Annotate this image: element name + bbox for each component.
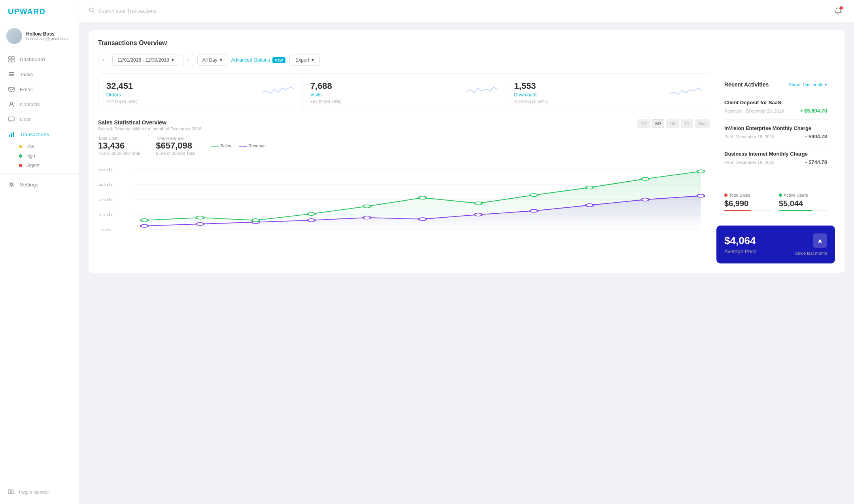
active-users-item: Active Users $5,044	[779, 193, 827, 211]
date-next-button[interactable]: ›	[183, 55, 193, 65]
topbar-right	[832, 5, 845, 17]
downloads-value: 1,553	[514, 81, 548, 91]
period-1d[interactable]: 1D	[637, 119, 650, 128]
all-day-dropdown[interactable]: All Day ▾	[197, 55, 227, 66]
avg-price-label: Average Price	[724, 248, 756, 254]
active-users-dot	[779, 194, 782, 197]
sidebar-item-tasks[interactable]: Tasks	[0, 67, 79, 82]
active-users-label: Active Users	[779, 193, 827, 197]
stat-text-visits: 7,688 Visits +57.62(+0.76%)	[310, 81, 342, 104]
sidebar-item-contacts[interactable]: Contacts	[0, 97, 79, 112]
export-button[interactable]: Export ▾	[289, 55, 320, 66]
sub-item-urgent-label: Urgent	[25, 163, 40, 168]
sidebar-item-dashboard[interactable]: Dashboard	[0, 52, 79, 67]
total-cost-sub: 78.5% of 20,000 Total	[98, 151, 140, 156]
svg-rect-2	[9, 60, 11, 62]
total-revenue-label: Total Revenue	[156, 136, 195, 141]
sidebar-item-chat-label: Chat	[20, 117, 30, 122]
svg-point-42	[252, 219, 259, 222]
activity-type-2: Paid	[724, 160, 733, 165]
total-cost-value: 13,436	[98, 141, 140, 151]
svg-rect-9	[9, 117, 14, 121]
activity-name-2: Business Internet Monthly Charge	[724, 151, 827, 157]
svg-point-8	[10, 102, 13, 104]
sidebar-item-chat[interactable]: Chat	[0, 112, 79, 127]
period-1y[interactable]: 1Y	[681, 119, 693, 128]
svg-text:40k: 40k	[98, 182, 113, 187]
sub-item-high[interactable]: High	[19, 151, 79, 161]
user-name: Hollow Boss	[26, 31, 68, 37]
svg-rect-14	[8, 490, 11, 494]
sidebar-item-settings[interactable]: Settings	[0, 177, 79, 192]
right-panel: Recent Activities Show: This month ▾ Cli…	[716, 73, 835, 263]
logo: UPWARD	[0, 0, 79, 23]
period-1m[interactable]: 1M	[666, 119, 679, 128]
svg-rect-3	[12, 60, 14, 62]
orders-label: Orders	[106, 92, 138, 98]
high-dot	[19, 154, 22, 158]
avg-price-card: $4,064 Average Price ▲ Since last month	[716, 226, 835, 263]
activity-name-0: Client Deposit for SaaS	[724, 100, 827, 105]
activity-meta-2: Paid December 19, 2018 - $744.78	[724, 159, 827, 165]
sidebar-item-transactions[interactable]: Transactions	[0, 127, 79, 142]
svg-rect-15	[11, 490, 14, 494]
avg-price-up-button[interactable]: ▲	[813, 233, 827, 248]
activity-amount-1: - $904.78	[805, 134, 827, 139]
total-sales-label-text: Total Sales	[729, 193, 750, 197]
downloads-change: +138.97(+0.54%)	[514, 99, 548, 104]
notification-button[interactable]	[832, 5, 845, 17]
overview-title: Transactions Overview	[98, 39, 835, 47]
sidebar-item-tasks-label: Tasks	[20, 71, 33, 77]
sub-item-urgent[interactable]: Urgent	[19, 161, 79, 170]
total-sales-dot	[724, 194, 727, 197]
chart-legend: Sales Revenue	[211, 136, 266, 156]
activity-meta-left-2: Paid December 19, 2018	[724, 160, 775, 165]
date-range-selector[interactable]: 12/01/2018 - 12/30/2018 ▾	[112, 55, 179, 66]
total-cost-stat: Total Cost 13,436 78.5% of 20,000 Total	[98, 136, 140, 156]
user-email: hollowboss@gmail.com	[26, 37, 68, 41]
stat-text-downloads: 1,553 Downloads +138.97(+0.54%)	[514, 81, 548, 104]
chart-period-buttons: 1D 5D 1M 1Y Max	[637, 119, 710, 128]
toggle-sidebar-button[interactable]: Toggle sidebar	[8, 489, 71, 496]
advanced-options-button[interactable]: Advanced Options new	[231, 57, 286, 63]
activity-amount-0: + $5,604.78	[800, 108, 827, 114]
activity-meta-0: Received December 23, 2018 + $5,604.78	[724, 108, 827, 114]
orders-value: 32,451	[106, 81, 138, 91]
left-content: 32,451 Orders +14.00(+0.50%)	[98, 73, 710, 241]
activity-item-1: InVision Enterprise Monthly Charge Paid …	[724, 120, 827, 145]
svg-rect-1	[12, 56, 14, 59]
activity-type-0: Received	[724, 109, 743, 113]
activity-meta-left-1: Paid December 19, 2018	[724, 134, 775, 139]
date-range-value: 12/01/2018 - 12/30/2018	[117, 57, 169, 63]
chart-title: Sales Statistical Overview	[98, 119, 202, 126]
sidebar-item-contacts-label: Contacts	[20, 102, 40, 107]
period-max[interactable]: Max	[695, 119, 710, 128]
svg-point-45	[419, 196, 427, 199]
sub-item-low[interactable]: Low	[19, 142, 79, 151]
svg-point-32	[308, 219, 315, 222]
export-chevron: ▾	[312, 57, 314, 63]
sidebar-item-settings-label: Settings	[20, 182, 38, 188]
user-info: Hollow Boss hollowboss@gmail.com	[26, 31, 68, 41]
date-prev-button[interactable]: ‹	[98, 55, 108, 65]
downloads-mini-chart	[670, 81, 702, 97]
svg-point-50	[697, 170, 705, 173]
sidebar-item-dashboard-label: Dashboard	[20, 56, 45, 62]
legend-sales-label: Sales	[220, 143, 231, 148]
sidebar-item-email[interactable]: Email	[0, 82, 79, 97]
export-label: Export	[295, 57, 309, 63]
toggle-sidebar-label: Toggle sidebar	[18, 490, 49, 495]
date-dropdown-icon: ▾	[172, 57, 174, 63]
sidebar-item-email-label: Email	[20, 87, 33, 92]
svg-rect-6	[9, 75, 14, 76]
svg-text:20k: 20k	[98, 198, 113, 202]
stat-inner-orders: 32,451 Orders +14.00(+0.50%)	[106, 81, 294, 104]
search-bar[interactable]: Search your Transactions	[89, 7, 156, 15]
svg-rect-4	[9, 72, 14, 73]
notification-dot	[840, 6, 843, 9]
transactions-sub-items: Low High Urgent	[0, 142, 79, 170]
activities-header: Recent Activities Show: This month ▾	[724, 81, 827, 88]
period-5d[interactable]: 5D	[652, 119, 664, 128]
sales-chart: 60k 40k 20k 10k 0k	[98, 162, 710, 241]
show-value[interactable]: This month	[802, 82, 824, 87]
